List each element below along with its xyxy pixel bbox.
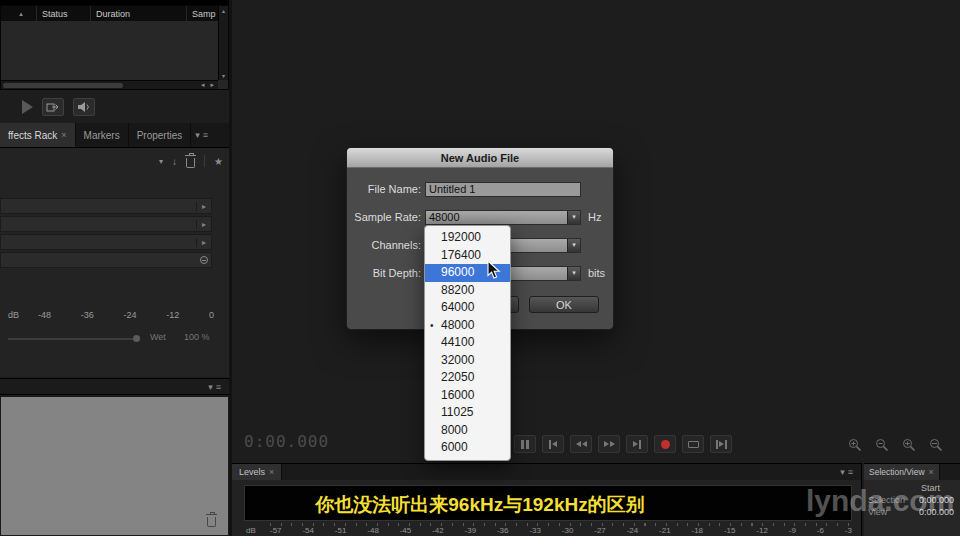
scroll-down-icon[interactable]: ▾ [222,72,225,79]
play-icon[interactable] [22,100,33,114]
chevron-down-icon[interactable]: ▾ [567,211,580,224]
preset-dropdown-icon[interactable]: ▾ [159,157,163,166]
column-header-status[interactable]: Status [37,6,91,21]
wet-value: 100 % [184,332,210,342]
menu-item-label: 44100 [441,335,474,349]
favorite-icon[interactable]: ★ [214,156,223,167]
rack-slot[interactable] [0,252,212,268]
menu-item-label: 64000 [441,300,474,314]
menu-item[interactable]: 8000 [425,422,510,440]
rack-slot[interactable]: ▸ [0,234,212,250]
pause-button[interactable] [514,435,536,453]
scrollbar-thumb[interactable] [3,83,123,88]
tab-properties[interactable]: Properties [129,123,192,147]
record-button[interactable] [654,435,676,453]
open-in-editor-button[interactable] [42,98,64,116]
tab-effects-rack[interactable]: ffects Rack × [0,123,76,147]
menu-item-label: 96000 [441,265,474,279]
scroll-left-icon[interactable]: ◂ [201,81,205,89]
column-header-duration[interactable]: Duration [91,6,187,21]
sample-rate-dropdown[interactable]: 48000 ▾ [425,210,581,225]
menu-item[interactable]: 64000 [425,299,510,317]
zoom-controls [845,436,946,453]
record-icon [661,440,670,449]
menu-item[interactable]: 22050 [425,369,510,387]
menu-item[interactable]: 11025 [425,404,510,422]
skip-selection-button[interactable] [710,435,732,453]
close-icon[interactable]: × [269,467,274,477]
scroll-up-icon[interactable]: ▴ [222,7,225,14]
horizontal-scrollbar[interactable]: ◂ ▸ [1,80,218,89]
levels-tab-strip: Levels × ▾ ≡ [232,464,861,480]
file-name-label: File Name: [347,183,421,195]
scale-tick: -39 [465,526,477,535]
panel-menu-button[interactable]: ▾ ≡ [195,123,216,147]
file-name-input[interactable] [425,182,581,197]
menu-item[interactable]: 32000 [425,352,510,370]
db-tick: 0 [209,310,214,320]
move-to-previous-button[interactable] [542,435,564,453]
scroll-right-icon[interactable]: ▸ [210,81,214,89]
rack-slot[interactable]: ▸ [0,198,212,214]
close-icon[interactable]: × [61,130,66,140]
wet-mix-slider[interactable] [8,338,140,340]
slot-chevron-icon[interactable]: ▸ [196,202,211,211]
level-meter-scale: dB -57 -54 -51 -48 -45 -42 -39 -36 -33 -… [244,523,854,536]
close-icon[interactable]: × [929,467,934,477]
zoom-out-icon [875,438,889,452]
panel-menu-button[interactable]: ▾ ≡ [840,464,861,480]
zoom-in-button[interactable] [845,436,865,453]
vertical-scrollbar[interactable]: ▴ ▾ [218,6,228,80]
menu-item-current[interactable]: •48000 [425,317,510,335]
menu-item[interactable]: 88200 [425,282,510,300]
auto-play-button[interactable] [73,98,95,116]
zoom-out-horizontal-icon [929,438,943,452]
slot-chevron-icon[interactable]: ▸ [196,238,211,247]
tab-levels[interactable]: Levels × [232,464,282,480]
scale-tick: -42 [432,526,444,535]
scale-tick: -54 [302,526,314,535]
menu-item[interactable]: 6000 [425,439,510,457]
zoom-in-horizontal-button[interactable] [899,436,919,453]
menu-item[interactable]: 16000 [425,387,510,405]
delete-preset-icon[interactable] [186,158,195,168]
chevron-down-icon[interactable]: ▾ [567,239,580,252]
tab-markers[interactable]: Markers [76,123,129,147]
power-icon[interactable] [200,256,208,264]
zoom-in-horizontal-icon [902,438,916,452]
files-list[interactable] [1,21,218,80]
sort-arrow-icon[interactable]: ▴ [1,6,37,21]
scale-tick: -6 [817,526,824,535]
ok-button[interactable]: OK [529,296,599,313]
dialog-title[interactable]: New Audio File [347,148,613,168]
fast-forward-button[interactable] [598,435,620,453]
time-display[interactable]: 0:00.000 [244,432,329,451]
menu-item[interactable]: 44100 [425,334,510,352]
move-to-next-button[interactable] [626,435,648,453]
panel-tab-bar: ffects Rack × Markers Properties ▾ ≡ [0,123,229,147]
chevron-down-icon[interactable]: ▾ [567,267,580,280]
column-header-sample-rate[interactable]: Samp [187,6,218,21]
panel-menu-button[interactable]: ▾ ≡ [208,382,229,392]
zoom-out-horizontal-button[interactable] [926,436,946,453]
loop-playback-button[interactable] [682,435,704,453]
tab-selection-view[interactable]: Selection/View × [864,464,940,480]
scale-tick: -12 [756,526,768,535]
wet-mix-knob[interactable] [133,335,140,342]
scale-tick: -3 [845,526,852,535]
menu-item[interactable]: 192000 [425,229,510,247]
panel-divider[interactable] [229,0,232,536]
db-tick: -24 [123,310,136,320]
save-preset-icon[interactable]: ↓ [172,156,177,167]
scale-tick: -30 [562,526,574,535]
chevron-down-icon: ▾ [208,382,213,392]
rewind-button[interactable] [570,435,592,453]
slot-chevron-icon[interactable]: ▸ [196,220,211,229]
trash-icon[interactable] [207,517,216,527]
rack-slot[interactable]: ▸ [0,216,212,232]
effects-subtoolbar: ▾ ↓ ★ [0,152,223,170]
scale-tick: -15 [724,526,736,535]
zoom-out-button[interactable] [872,436,892,453]
menu-item-label: 22050 [441,370,474,384]
zoom-in-icon [848,438,862,452]
